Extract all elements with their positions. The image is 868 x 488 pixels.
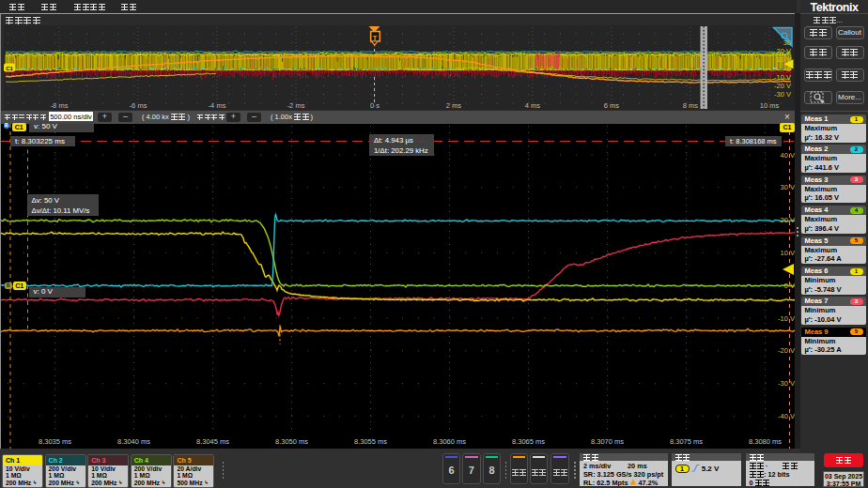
svg-text:8 ms: 8 ms xyxy=(683,101,699,110)
svg-text:8.3035 ms: 8.3035 ms xyxy=(39,437,71,446)
svg-text:30 V: 30 V xyxy=(781,183,795,191)
svg-text:10 ms: 10 ms xyxy=(760,101,780,110)
svg-text:-10 V: -10 V xyxy=(774,73,791,82)
svg-text:20 V: 20 V xyxy=(781,216,795,224)
svg-text:8.3045 ms: 8.3045 ms xyxy=(196,437,229,446)
svg-text:40 V: 40 V xyxy=(781,151,795,160)
svg-text:-30 V: -30 V xyxy=(778,379,795,388)
svg-text:20 V: 20 V xyxy=(777,47,791,55)
svg-text:-40 V: -40 V xyxy=(778,412,795,420)
svg-text:8.3060 ms: 8.3060 ms xyxy=(433,437,466,446)
svg-text:-6 ms: -6 ms xyxy=(130,101,147,110)
svg-text:-10 V: -10 V xyxy=(778,314,795,323)
svg-text:6 ms: 6 ms xyxy=(604,101,620,110)
svg-text:8.3075 ms: 8.3075 ms xyxy=(670,437,703,446)
svg-text:8.3080 ms: 8.3080 ms xyxy=(749,437,782,446)
svg-text:0 V: 0 V xyxy=(784,282,795,290)
svg-text:8.3065 ms: 8.3065 ms xyxy=(512,437,545,446)
svg-text:8.3070 ms: 8.3070 ms xyxy=(591,437,624,446)
svg-text:-8 ms: -8 ms xyxy=(51,101,69,110)
svg-text:-20 V: -20 V xyxy=(774,82,791,90)
svg-text:4 ms: 4 ms xyxy=(525,101,541,110)
svg-text:10 V: 10 V xyxy=(781,249,795,257)
svg-text:-4 ms: -4 ms xyxy=(209,101,226,110)
svg-text:-2 ms: -2 ms xyxy=(287,101,305,110)
svg-text:2 ms: 2 ms xyxy=(446,101,462,110)
svg-text:8.3050 ms: 8.3050 ms xyxy=(275,437,308,446)
svg-text:T: T xyxy=(373,34,378,42)
svg-text:-30 V: -30 V xyxy=(774,90,791,99)
svg-text:C1: C1 xyxy=(6,66,13,71)
svg-text:0 s: 0 s xyxy=(370,101,380,110)
svg-text:8.3040 ms: 8.3040 ms xyxy=(117,437,150,446)
svg-text:-20 V: -20 V xyxy=(778,346,795,355)
svg-text:8.3055 ms: 8.3055 ms xyxy=(354,437,387,446)
svg-text:30: 30 xyxy=(783,38,791,47)
